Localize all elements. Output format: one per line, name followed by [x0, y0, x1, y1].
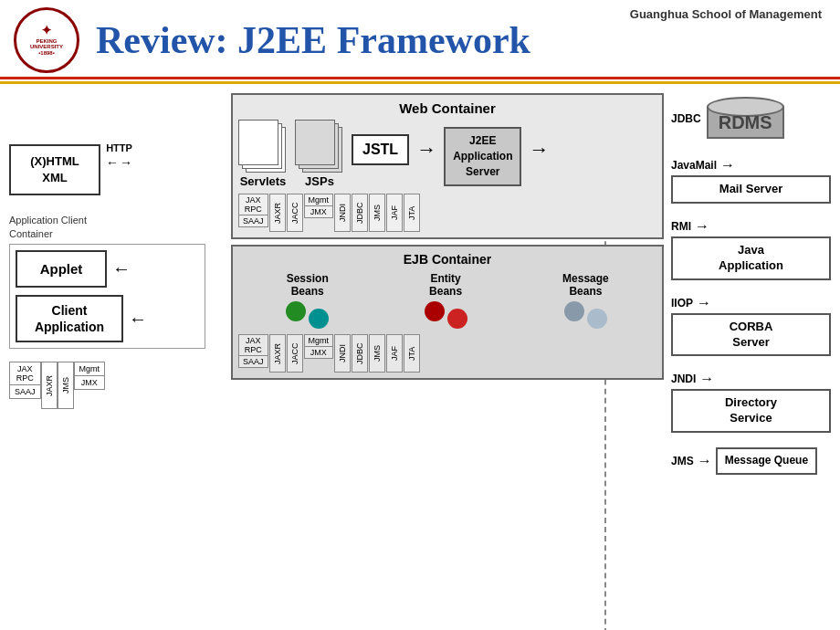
- right-column: JDBC RDMS JavaMail → Mail Server RMI → J…: [671, 93, 831, 588]
- ejb-jax-saaj: JAXRPC SAAJ: [238, 334, 268, 373]
- mail-server-section: JavaMail → Mail Server: [671, 157, 831, 204]
- university-logo: ✦ PEKING UNIVERSITY •1898•: [14, 7, 79, 73]
- session-circle-2: [309, 309, 329, 329]
- java-arrow: →: [695, 218, 709, 235]
- jdbc-label: JDBC: [671, 112, 701, 125]
- client-arrow-icon: ←: [129, 309, 147, 330]
- left-arrow-icon: ←: [106, 155, 119, 170]
- jsps-label: JSPs: [305, 174, 334, 188]
- jax-rpc-top: JAXRPC: [9, 362, 41, 384]
- servlets-pages: [238, 120, 288, 174]
- wc-jta: JTA: [404, 194, 420, 232]
- msg-circle-1: [564, 301, 584, 321]
- app-container-label: Application ClientContainer: [9, 214, 224, 240]
- applet-row: Applet ←: [16, 250, 199, 288]
- html-xml-box: (X)HTMLXML: [9, 144, 100, 195]
- session-circle-1: [286, 301, 306, 321]
- jms-cell: JMS: [58, 362, 74, 409]
- entity-circles: [425, 301, 467, 329]
- ejb-jdbc: JDBC: [352, 334, 368, 373]
- directory-section: JNDI → DirectoryService: [671, 371, 831, 433]
- left-column: (X)HTMLXML HTTP ← → Application ClientCo…: [9, 93, 224, 588]
- entity-beans-group: EntityBeans: [425, 272, 467, 329]
- wc-jms: JMS: [369, 194, 385, 232]
- jaxr-cell: JAXR: [41, 362, 58, 409]
- mq-arrow: →: [698, 453, 712, 469]
- directory-service-box: DirectoryService: [671, 389, 831, 433]
- jstl-area: JSTL: [352, 129, 409, 165]
- servlets-label: Servlets: [240, 174, 287, 188]
- red-divider: [0, 77, 840, 79]
- corba-section: IIOP → CORBAServer: [671, 295, 831, 357]
- ejb-label: EJB Container: [238, 252, 656, 267]
- school-name: Guanghua School of Management: [630, 7, 822, 21]
- main-content: (X)HTMLXML HTTP ← → Application ClientCo…: [0, 86, 840, 595]
- jsps-area: JSPs: [295, 120, 344, 188]
- iiop-label: IIOP: [671, 297, 693, 310]
- ejb-jndi: JNDI: [334, 334, 351, 373]
- session-circles: [286, 301, 329, 329]
- http-label: HTTP: [106, 142, 132, 153]
- mail-arrow: →: [720, 157, 735, 173]
- jndi-label: JNDI: [671, 373, 696, 385]
- ejb-jaf: JAF: [386, 334, 403, 373]
- saaj-bot: SAAJ: [9, 384, 41, 399]
- jmx-bot: JMX: [74, 375, 106, 390]
- wc-jaf: JAF: [386, 194, 403, 232]
- wc-jdbc: JDBC: [352, 194, 368, 232]
- ejb-jacc: JACC: [287, 334, 303, 373]
- wc-right-arrow: →: [416, 138, 436, 162]
- web-container-label: Web Container: [238, 100, 656, 116]
- dir-arrow: →: [699, 371, 714, 387]
- right-arrow-icon: →: [120, 155, 132, 170]
- client-app-box: ClientApplication: [16, 295, 123, 342]
- message-circles: [564, 301, 607, 329]
- message-beans-group: MessageBeans: [562, 272, 609, 329]
- ejb-container: EJB Container SessionBeans EntityBeans: [231, 245, 664, 380]
- middle-column: Web Container Servlets: [231, 93, 664, 588]
- page-title: Review: J2EE Framework: [96, 18, 530, 62]
- corba-server-box: CORBAServer: [671, 313, 831, 357]
- rdms-cylinder: RDMS: [707, 97, 784, 141]
- rdms-label: RDMS: [719, 112, 772, 133]
- ejb-jaxr: JAXR: [269, 334, 286, 373]
- wc-mgmt-jmx: Mgmt JMX: [304, 194, 334, 232]
- entity-beans-label: EntityBeans: [429, 272, 462, 298]
- applet-arrow-icon: ←: [112, 258, 131, 279]
- ejb-mgmt-jmx: Mgmt JMX: [304, 334, 334, 373]
- mgmt-top: Mgmt: [74, 362, 106, 375]
- client-app-row: ClientApplication ←: [16, 295, 199, 342]
- javamail-label: JavaMail: [671, 159, 717, 172]
- wc-jacc: JACC: [287, 194, 303, 232]
- wc-inner: Servlets JSPs JSTL →: [238, 120, 656, 188]
- html-xml-section: (X)HTMLXML HTTP ← →: [9, 117, 224, 195]
- message-queue-box: Message Queue: [716, 447, 817, 475]
- rmi-label: RMI: [671, 220, 691, 233]
- jms-label: JMS: [671, 455, 694, 467]
- jstl-box: JSTL: [352, 134, 409, 165]
- message-beans-label: MessageBeans: [562, 272, 609, 298]
- ejb-jms: JMS: [369, 334, 385, 373]
- java-app-section: RMI → JavaApplication: [671, 218, 831, 280]
- wc-jndi: JNDI: [334, 194, 351, 232]
- ejb-jta: JTA: [404, 334, 420, 373]
- entity-circle-2: [447, 309, 467, 329]
- app-client-container: Application ClientContainer Applet ← Cli…: [9, 214, 224, 349]
- j2ee-server-box: J2EEApplicationServer: [444, 127, 521, 185]
- java-app-box: JavaApplication: [671, 236, 831, 280]
- web-container: Web Container Servlets: [231, 93, 664, 239]
- corba-arrow: →: [697, 295, 711, 311]
- session-beans-group: SessionBeans: [286, 272, 329, 329]
- wc-api-row: JAXRPC SAAJ JAXR JACC Mgmt JMX JNDI JDBC…: [238, 194, 656, 232]
- rdms-section: JDBC RDMS: [671, 97, 831, 141]
- header: ✦ PEKING UNIVERSITY •1898• Review: J2EE …: [0, 0, 840, 73]
- servlets-area: Servlets: [238, 120, 288, 188]
- beans-row: SessionBeans EntityBeans Messa: [238, 272, 656, 329]
- j2ee-right-arrow: →: [529, 138, 549, 162]
- message-queue-section: JMS → Message Queue: [671, 447, 831, 475]
- msg-circle-2: [587, 309, 607, 329]
- jsps-pages: [295, 120, 344, 174]
- ejb-api-row: JAXRPC SAAJ JAXR JACC Mgmt JMX JNDI JDBC…: [238, 334, 656, 373]
- jax-saaj-col: JAXRPC SAAJ: [9, 362, 41, 409]
- bottom-protocol-stack: JAXRPC SAAJ JAXR JMS Mgmt JMX: [9, 362, 224, 409]
